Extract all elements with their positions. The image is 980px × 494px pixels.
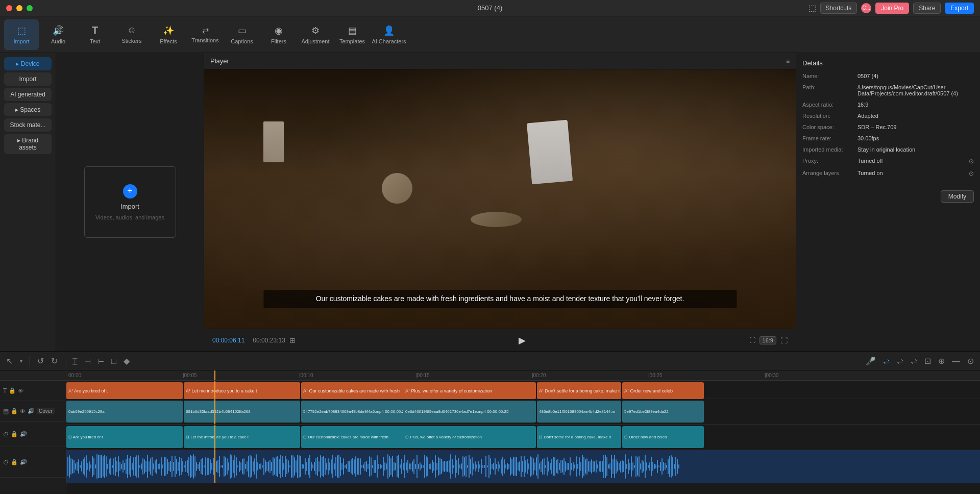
sub-clip-1[interactable]: ⊡ Are you tired of t: [66, 426, 183, 448]
sidebar-item-device[interactable]: ▸ Device: [4, 57, 52, 70]
text-clip-6[interactable]: Aᵀ Order now and celeb: [622, 382, 704, 399]
waveform-bar: [296, 460, 297, 473]
video-track-label: ▤ 🔒 👁 🔊 Cover: [0, 401, 66, 422]
trim-right-button[interactable]: ⊢: [96, 356, 106, 366]
clock-icon: ⏱: [3, 431, 9, 437]
sidebar-item-stock-mate[interactable]: Stock mate...: [4, 118, 52, 132]
video-clip-1[interactable]: 0ab69e256915c29a: [66, 401, 183, 423]
redo-button[interactable]: ↻: [49, 355, 60, 367]
waveform-bar: [605, 455, 606, 478]
tool-transitions[interactable]: ⇄ Transitions: [188, 19, 223, 50]
zoom-button[interactable]: ⊙: [965, 355, 976, 367]
lock-icon[interactable]: 🔒: [9, 387, 16, 394]
sidebar-item-brand-assets[interactable]: ▸ Brand assets: [4, 134, 52, 154]
waveform-bar: [498, 461, 499, 472]
text-clip-5[interactable]: Aᵀ Don't settle for a boring cake, make …: [537, 382, 621, 399]
magnet-button[interactable]: ⇌: [909, 355, 919, 367]
video-audio-icon[interactable]: 🔊: [28, 408, 35, 414]
audio-lock-icon[interactable]: 🔒: [11, 459, 18, 465]
sidebar-item-import[interactable]: Import: [4, 72, 52, 86]
text-clip-2[interactable]: Aᵀ Let me introduce you to a cake t: [184, 382, 300, 399]
split-button[interactable]: ⌶: [70, 356, 80, 367]
video-lock-icon[interactable]: 🔒: [11, 408, 18, 414]
waveform-bar: [205, 457, 206, 476]
waveform-bar: [285, 456, 286, 477]
sub-audio-icon[interactable]: 🔊: [20, 431, 27, 437]
tool-templates[interactable]: ▤ Templates: [335, 19, 370, 50]
export-button[interactable]: Export: [945, 3, 974, 14]
sidebar-item-ai-generated[interactable]: AI generated: [4, 88, 52, 101]
waveform-bar: [400, 464, 401, 468]
sub-clip-4[interactable]: ⊡ Plus, we offer a variety of customizat…: [403, 426, 536, 448]
waveform-bar: [291, 455, 292, 478]
import-drop-area[interactable]: + Import Videos, audios, and images: [84, 166, 176, 238]
view-mode-icon[interactable]: ⊞: [289, 336, 296, 344]
sub-clip-2[interactable]: ⊡ Let me introduce you to a cake t: [184, 426, 300, 448]
undo-button[interactable]: ↺: [35, 355, 46, 367]
volume-slider[interactable]: —: [950, 356, 962, 367]
join-pro-button[interactable]: Join Pro: [875, 3, 909, 14]
modify-button[interactable]: Modify: [941, 190, 974, 203]
tool-captions[interactable]: ▭ Captions: [225, 19, 259, 50]
video-clip-6[interactable]: 5e97ed1be2f89ea4da22: [622, 401, 704, 423]
tool-effects[interactable]: ✨ Effects: [151, 19, 186, 50]
minimize-button[interactable]: [16, 5, 22, 11]
video-clip-3[interactable]: 547792e2eab708834069a49b8de9f4a6.mp4 00:…: [301, 401, 418, 423]
marker-button[interactable]: ◆: [121, 355, 132, 367]
tool-filters[interactable]: ◉ Filters: [261, 19, 296, 50]
tool-stickers[interactable]: ☺ Stickers: [114, 19, 149, 50]
proxy-toggle-icon[interactable]: ⊙: [969, 158, 974, 165]
share-button[interactable]: Share: [913, 3, 941, 14]
sub-lock-icon[interactable]: 🔒: [11, 431, 18, 437]
arrange-toggle-icon[interactable]: ⊙: [969, 170, 974, 177]
select-tool[interactable]: ↖: [4, 355, 15, 367]
mute-button[interactable]: ⊕: [936, 355, 947, 367]
waveform-bar: [556, 460, 557, 474]
video-clip-4[interactable]: 0e6d46019f69eaa8d0461736e4ad7e1e.mp4 00:…: [403, 401, 536, 423]
tool-adjustment[interactable]: ⚙ Adjustment: [298, 19, 333, 50]
sub-clip-6[interactable]: ⊡ Order now and celeb: [622, 426, 704, 448]
text-clip-4[interactable]: Aᵀ Plus, we offer a variety of customiza…: [403, 382, 536, 399]
mic-button[interactable]: 🎤: [864, 355, 878, 367]
video-clip-5[interactable]: 486e8b0e11f501689604ae4b4d2e8144.m: [537, 401, 621, 423]
link-button[interactable]: ⇌: [895, 355, 905, 367]
trim-left-button[interactable]: ⊣: [83, 356, 93, 366]
eye-icon[interactable]: 👁: [18, 388, 23, 394]
waveform-bar: [611, 455, 612, 478]
waveform-bar: [606, 457, 607, 476]
sidebar-item-spaces[interactable]: ▸ Spaces: [4, 103, 52, 116]
player-controls: 00:00:06:11 00:00:23:13 ⊞ ▶ ⛶ 16:9 ⛶: [204, 329, 796, 351]
waveform-bar: [127, 455, 128, 478]
caption-button[interactable]: ⊡: [922, 355, 933, 367]
playhead[interactable]: [214, 370, 215, 380]
waveform-bar: [554, 457, 555, 476]
play-button[interactable]: ▶: [519, 335, 526, 346]
shortcuts-button[interactable]: Shortcuts: [820, 3, 857, 14]
audio-vol-icon[interactable]: 🔊: [20, 459, 27, 465]
fit-button[interactable]: ⛶: [749, 337, 755, 344]
waveform-bar: [309, 455, 310, 478]
waveform-bar: [619, 463, 620, 470]
waveform-bar: [170, 461, 171, 473]
select-dropdown[interactable]: ▾: [18, 357, 24, 365]
tool-text[interactable]: T Text: [78, 19, 112, 50]
text-clip-1[interactable]: Aᵀ Are you tired of t: [66, 382, 183, 399]
video-clip-2[interactable]: 691b6d35faad592b4b594102ffa268: [184, 401, 300, 423]
waveform-bar: [162, 464, 163, 468]
sub-clip-5[interactable]: ⊡ Don't settle for a boring cake, make i…: [537, 426, 621, 448]
tool-import[interactable]: ⬚ Import: [4, 19, 39, 50]
waveform-bar: [407, 460, 408, 474]
close-button[interactable]: [6, 5, 12, 11]
delete-clip-button[interactable]: □: [109, 356, 118, 367]
maximize-button[interactable]: [27, 5, 33, 11]
import-plus-icon[interactable]: +: [123, 184, 137, 199]
fullscreen-button[interactable]: ⛶: [780, 336, 788, 344]
waveform-bar: [109, 459, 110, 474]
link-audio-button[interactable]: ⇌: [881, 355, 892, 367]
sub-clip-3[interactable]: ⊡ Our customizable cakes are made with f…: [301, 426, 418, 448]
tool-audio[interactable]: 🔊 Audio: [41, 19, 76, 50]
player-menu-icon[interactable]: ≡: [786, 58, 790, 65]
video-eye-icon[interactable]: 👁: [20, 408, 26, 414]
tool-ai-characters[interactable]: 👤 AI Characters: [372, 19, 406, 50]
waveform-bar: [476, 464, 477, 468]
